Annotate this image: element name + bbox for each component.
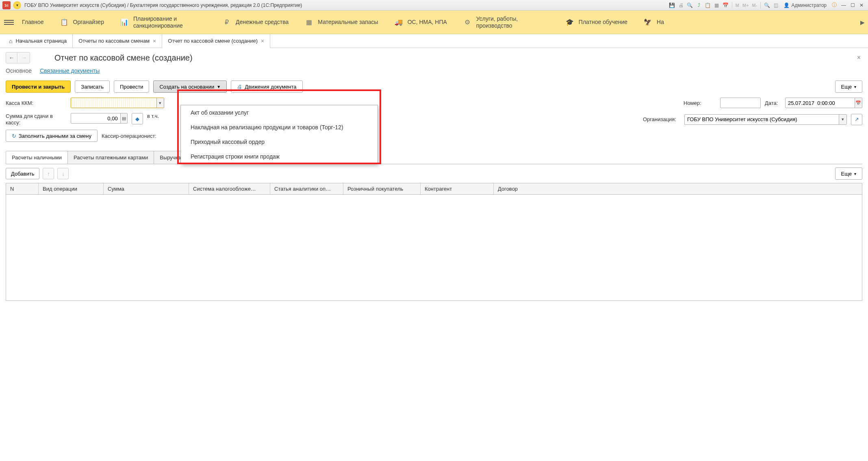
main-nav: Главное 📋 Органайзер 📊 Планирование и са… <box>0 11 868 34</box>
titlebar-dropdown[interactable]: ▾ <box>13 1 21 9</box>
move-down-button[interactable]: ↓ <box>57 168 69 179</box>
sub-nav: Основное Связанные документы <box>0 66 868 78</box>
dd-item-invoice[interactable]: Накладная на реализацию продукции и това… <box>181 120 378 135</box>
close-window-button[interactable]: ✕ <box>857 2 866 9</box>
nav-materials[interactable]: ▦ Материальные запасы <box>305 18 378 26</box>
grid-more-button[interactable]: Еще ▾ <box>835 167 862 180</box>
info-icon[interactable]: ⓘ <box>831 2 838 9</box>
user-icon: 👤 <box>783 2 790 8</box>
menu-burger[interactable] <box>4 17 14 27</box>
dd-item-sales-book[interactable]: Регистрация строки книги продаж <box>181 149 378 164</box>
upload-icon[interactable]: ⤴ <box>695 2 703 9</box>
m-minus-icon[interactable]: M- <box>751 3 758 8</box>
col-buyer[interactable]: Розничный покупатель <box>343 183 421 194</box>
form-area: Касса ККМ: ▾ Номер: Дата: 📅 Сумма для сд… <box>0 95 868 148</box>
nav-services[interactable]: ⚙ Услуги, работы, производство <box>463 15 549 29</box>
col-sum[interactable]: Сумма <box>104 183 189 194</box>
more-button[interactable]: Еще ▾ <box>835 80 862 93</box>
close-icon[interactable]: × <box>261 38 264 44</box>
save-close-button[interactable]: Провести и закрыть <box>6 80 71 93</box>
nav-label: Материальные запасы <box>318 19 378 26</box>
tab-report-create[interactable]: Отчет по кассовой смене (создание) × <box>162 34 270 48</box>
nav-label: Денежные средства <box>236 19 289 26</box>
panel-tab-cards[interactable]: Расчеты платежными картами <box>67 151 154 164</box>
nav-label: Услуги, работы, производство <box>476 15 549 29</box>
create-based-button[interactable]: Создать на основании ▼ <box>153 80 227 93</box>
grid-toolbar: Добавить ↑ ↓ Еще ▾ <box>0 164 868 183</box>
button-label: Еще <box>841 84 852 90</box>
nav-assets[interactable]: 🚚 ОС, НМА, НПА <box>395 18 447 26</box>
col-contract[interactable]: Договор <box>494 183 862 194</box>
nav-organizer[interactable]: 📋 Органайзер <box>60 18 104 26</box>
app-logo: 1c <box>2 1 11 9</box>
user-name: Администратор <box>791 2 827 8</box>
dropdown-icon[interactable]: ▾ <box>156 98 164 108</box>
tab-reports[interactable]: Отчеты по кассовым сменам × <box>73 34 162 48</box>
zoom-icon[interactable]: 🔍 <box>763 2 770 9</box>
write-button[interactable]: Записать <box>75 80 110 93</box>
add-button[interactable]: Добавить <box>6 168 39 179</box>
m-plus-icon[interactable]: M+ <box>742 3 750 8</box>
post-button[interactable]: Провести <box>114 80 150 93</box>
org-input[interactable] <box>685 115 839 124</box>
refresh-arrow-icon: ↻ <box>12 133 16 139</box>
kassir-label: Кассир-операционист: <box>102 133 163 139</box>
panel-tab-cash[interactable]: Расчеты наличными <box>6 151 68 164</box>
nav-more[interactable]: 🦅 На <box>644 18 664 26</box>
col-n[interactable]: N <box>6 183 39 194</box>
col-counterparty[interactable]: Контрагент <box>421 183 494 194</box>
grid-body[interactable] <box>6 195 862 300</box>
nav-planning[interactable]: 📊 Планирование и санкционирование <box>120 15 206 29</box>
panel-icon[interactable]: ◫ <box>772 2 779 9</box>
date-input[interactable] <box>786 98 855 108</box>
summa-input[interactable] <box>71 113 120 123</box>
kassa-input[interactable] <box>71 98 156 108</box>
button-label: Движения документа <box>245 84 296 90</box>
calendar-icon[interactable]: 📅 <box>722 2 729 9</box>
calc-icon[interactable]: ▤ <box>120 113 127 123</box>
copy-icon[interactable]: 📋 <box>704 2 712 9</box>
user-display[interactable]: 👤 Администратор <box>783 2 827 8</box>
back-button[interactable]: ← <box>6 52 17 63</box>
refresh-icon[interactable]: ◆ <box>132 113 143 124</box>
nav-money[interactable]: ₽ Денежные средства <box>223 18 289 26</box>
minimize-button[interactable]: — <box>840 2 848 9</box>
open-icon[interactable]: ↗ <box>851 114 862 125</box>
fill-button[interactable]: ↻ Заполнить данными за смену <box>6 130 98 142</box>
nav-main[interactable]: Главное <box>22 19 44 26</box>
window-title: ГОБУ ВПО Университет искусств (Субсидия)… <box>24 2 668 8</box>
grid-icon[interactable]: ▦ <box>713 2 720 9</box>
close-icon[interactable]: × <box>153 38 156 44</box>
nav-education[interactable]: 🎓 Платное обучение <box>566 18 627 26</box>
button-label: Заполнить данными за смену <box>19 133 91 139</box>
graduation-icon: 🎓 <box>566 18 574 26</box>
calendar-icon[interactable]: 📅 <box>855 98 862 108</box>
movements-button[interactable]: 🖨 Движения документа <box>231 80 302 93</box>
settings-icon: ⚙ <box>463 18 471 26</box>
summa-label: Сумма для сдачи в кассу: <box>6 113 67 126</box>
save-icon[interactable]: 💾 <box>668 2 676 9</box>
dd-item-cash-order[interactable]: Приходный кассовый ордер <box>181 135 378 149</box>
subnav-related[interactable]: Связанные документы <box>40 67 100 74</box>
forward-button[interactable]: → <box>18 52 30 63</box>
print-icon[interactable]: 🖨 <box>677 2 685 9</box>
caret-icon: ▼ <box>217 85 221 89</box>
page-close-button[interactable]: × <box>855 52 862 63</box>
col-tax[interactable]: Система налогообложе… <box>189 183 270 194</box>
move-up-button[interactable]: ↑ <box>43 168 54 179</box>
m-icon[interactable]: M <box>735 3 740 8</box>
dd-item-act[interactable]: Акт об оказании услуг <box>181 105 378 120</box>
maximize-button[interactable]: ☐ <box>848 2 857 9</box>
col-analytics[interactable]: Статья аналитики оп… <box>270 183 343 194</box>
planning-icon: 📊 <box>120 18 128 26</box>
nav-scroll-right[interactable]: ▶ <box>860 19 865 26</box>
col-operation[interactable]: Вид операции <box>39 183 104 194</box>
preview-icon[interactable]: 🔍 <box>686 2 694 9</box>
subnav-main[interactable]: Основное <box>6 67 32 74</box>
nomer-input[interactable] <box>720 98 760 108</box>
caret-icon: ▾ <box>854 172 856 176</box>
data-grid: N Вид операции Сумма Система налогооблож… <box>6 183 862 301</box>
tab-home[interactable]: ⌂ Начальная страница <box>3 34 73 48</box>
dropdown-icon[interactable]: ▾ <box>839 115 846 124</box>
vtch-label: в т.ч. <box>147 113 159 119</box>
